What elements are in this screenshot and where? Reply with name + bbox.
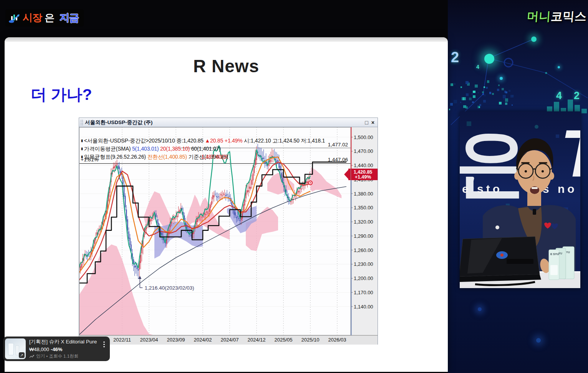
ad-meta-text: 인기 • 조회수 1.1천회 — [36, 353, 78, 359]
legend-tenkan: 전환선(1,400.85) — [147, 154, 188, 160]
svg-text:1,477.02: 1,477.02 — [328, 142, 348, 148]
external-link-icon: ↗ — [19, 352, 25, 358]
svg-text:1,440.00: 1,440.00 — [354, 162, 373, 168]
maximize-button[interactable]: □ — [365, 120, 368, 125]
svg-text:2024/02: 2024/02 — [194, 337, 212, 343]
bg-number: 4 — [556, 90, 562, 102]
svg-text:2025/05: 2025/05 — [275, 337, 293, 343]
logo-text-money: 머니 — [527, 10, 551, 23]
svg-text:2023/09: 2023/09 — [167, 337, 185, 343]
page-background: 2442 시장은지금 머니코믹스 R News 더 가나? 서울외환-USDSP… — [0, 0, 588, 373]
svg-text:1,216.40(2023/02/03): 1,216.40(2023/02/03) — [144, 285, 194, 291]
mic-clip — [533, 209, 536, 215]
window-title: 서울외환-USDSP-중간값 (주) — [85, 119, 152, 126]
glow-dot — [500, 77, 503, 80]
glow-dot — [484, 54, 494, 64]
close-button[interactable]: × — [371, 120, 374, 125]
badge-text-eun: 은 — [45, 11, 54, 25]
product-boxes: E SYU YU YU — [549, 247, 574, 280]
legend-row-price: ▮<서울외환-USDSP-중간값>2025/10/10 종:1,420.85 ▲… — [81, 138, 325, 144]
legend-ichimoku-label: 일목균형표(9.26.52.26.26) — [84, 154, 147, 160]
chart-plot-area: 1,216.40(2023/02/03)1,477.021,447.06+1.8… — [79, 127, 378, 345]
market-now-badge: 시장은지금 — [5, 9, 84, 27]
glow-dot — [558, 66, 560, 68]
kebab-menu-icon[interactable] — [101, 340, 107, 348]
studio-backdrop-letter-2: T — [560, 116, 580, 191]
svg-text:1,230.00: 1,230.00 — [354, 261, 373, 267]
legend-symbol-date: <서울외환-USDSP-중간값>2025/10/10 — [84, 138, 175, 144]
svg-text:1,170.00: 1,170.00 — [354, 290, 373, 295]
moneycomics-logo: 머니코믹스 — [527, 8, 587, 25]
legend-sma60: 60(1,401.07) — [191, 146, 221, 152]
legend-sma20: 20(1,385.10) — [160, 146, 191, 152]
chart-window: 서울외환-USDSP-중간값 (주) □ × 1,216.40(2023/02/… — [79, 118, 378, 345]
ad-price: ₩48,000 — [29, 346, 49, 352]
chart-hand-icon — [8, 13, 20, 23]
legend-row-ichimoku: ▮일목균형표(9.26.52.26.26) 전환선(1,400.85) 기준선(… — [81, 154, 228, 161]
svg-text:1,447.06: 1,447.06 — [328, 157, 348, 162]
bg-number: 4 — [476, 64, 479, 70]
logo-text-comics: 코믹스 — [550, 10, 587, 23]
slide-title: R News — [5, 56, 448, 76]
ad-thumbnail[interactable]: ↗ — [5, 338, 26, 359]
presenter-video-panel: 은 T 2 e sto s no — [460, 111, 580, 288]
badge-text-market: 시장 — [23, 11, 42, 25]
legend-marker: ▮ — [81, 139, 83, 143]
svg-text:1,320.00: 1,320.00 — [354, 219, 373, 225]
product-box-label-2: YU — [558, 252, 562, 255]
legend-sma-label: 가격이동평균(SMA) — [84, 146, 132, 152]
chart-titlebar[interactable]: 서울외환-USDSP-중간값 (주) □ × — [79, 118, 378, 127]
high-annotation: 1,487.60(2025/04/11)→ — [201, 154, 228, 160]
badge-text-now: 지금 — [60, 11, 79, 25]
svg-text:1,420.85: 1,420.85 — [354, 169, 373, 175]
svg-text:2022/11: 2022/11 — [113, 337, 131, 343]
legend-change: ▲20.85 +1.49% — [205, 138, 242, 144]
legend-ohl: 시:1,422.10 고:1,424.50 저:1,418.1 — [242, 138, 325, 144]
svg-text:1,290.00: 1,290.00 — [354, 233, 373, 239]
svg-text:1,380.00: 1,380.00 — [354, 191, 373, 197]
legend-row-sma: ▮가격이동평균(SMA) 5(1,403.01) 20(1,385.10) 60… — [81, 146, 221, 153]
product-ad-overlay[interactable]: ↗ [기획전] 슈카 X Editorial Pure ₩48,000-46% … — [3, 337, 110, 361]
legend-sma5: 5(1,403.01) — [132, 146, 160, 152]
svg-text:+1.49%: +1.49% — [355, 174, 371, 180]
window-grip — [80, 119, 83, 126]
svg-text:2024/12: 2024/12 — [248, 337, 266, 343]
svg-text:1,140.00: 1,140.00 — [354, 304, 373, 310]
legend-marker: ▮ — [81, 155, 83, 159]
svg-text:1,350.00: 1,350.00 — [354, 205, 373, 211]
svg-text:1,500.00: 1,500.00 — [354, 134, 373, 140]
svg-text:2023/04: 2023/04 — [140, 337, 158, 343]
slide-question: 더 가나? — [31, 84, 92, 105]
glow-dot — [478, 307, 482, 311]
bg-number: 2 — [451, 49, 459, 66]
product-box-label-3: YU — [566, 251, 570, 254]
svg-text:1,260.00: 1,260.00 — [354, 247, 373, 253]
ad-discount: -46% — [51, 346, 62, 352]
svg-text:2024/07: 2024/07 — [221, 337, 239, 343]
legend-close: 종:1,420.85 — [175, 138, 205, 144]
svg-text:1,470.00: 1,470.00 — [354, 148, 373, 154]
svg-text:2026/03: 2026/03 — [328, 337, 346, 343]
legend-marker: ▮ — [81, 147, 83, 151]
svg-text:1,200.00: 1,200.00 — [354, 275, 373, 281]
bg-number: 2 — [574, 90, 580, 102]
ad-title: [기획전] 슈카 X Editorial Pure — [29, 338, 97, 345]
glow-dot — [536, 338, 541, 343]
studio-text-left: e sto — [462, 182, 502, 195]
trending-icon — [29, 355, 35, 358]
product-box-label-1: E SYU — [550, 252, 559, 256]
svg-text:2025/10: 2025/10 — [301, 337, 320, 343]
laptop — [460, 237, 541, 285]
glow-dot — [531, 36, 537, 42]
pin-badge — [495, 225, 499, 229]
